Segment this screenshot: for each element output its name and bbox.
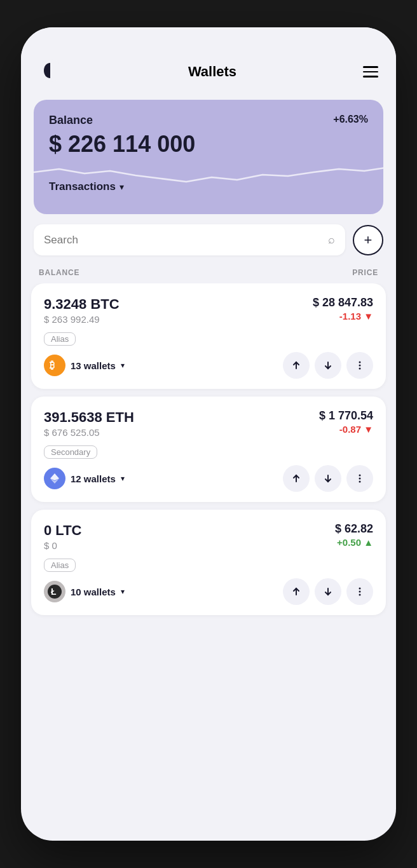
svg-text:Ł: Ł	[51, 587, 57, 597]
asset-card-ltc: 0 LTC $ 0 $ 62.82 +0.50 ▲ Alias	[31, 510, 386, 615]
btc-fiat: $ 263 992.49	[44, 314, 120, 325]
svg-point-18	[359, 588, 361, 590]
page-title: Wallets	[188, 64, 236, 80]
svg-point-4	[359, 362, 361, 363]
balance-column-header: BALANCE	[39, 268, 79, 277]
eth-wallets-count: 12 wallets	[71, 473, 116, 484]
btc-price: $ 28 847.83	[313, 296, 373, 309]
ltc-tag: Alias	[44, 559, 76, 572]
btc-receive-button[interactable]	[315, 352, 341, 379]
ltc-send-button[interactable]	[283, 578, 310, 605]
btc-actions	[283, 352, 373, 379]
btc-wallets-chevron-icon: ▾	[121, 361, 125, 370]
add-wallet-button[interactable]: +	[353, 225, 383, 255]
search-row: ⌕ +	[21, 224, 396, 263]
eth-fiat: $ 676 525.05	[44, 427, 134, 438]
search-box: ⌕	[34, 224, 345, 255]
eth-amount: 391.5638 ETH	[44, 409, 134, 426]
ltc-price: $ 62.82	[335, 522, 373, 536]
ltc-more-button[interactable]	[346, 578, 373, 605]
logo	[39, 59, 62, 85]
btc-wallets-count: 13 wallets	[71, 360, 116, 371]
ltc-fiat: $ 0	[44, 540, 81, 551]
svg-point-5	[359, 365, 361, 367]
btc-tag: Alias	[44, 332, 76, 346]
eth-receive-button[interactable]	[315, 465, 341, 492]
price-column-header: PRICE	[352, 268, 378, 277]
balance-change: +6.63%	[333, 114, 368, 125]
eth-wallet-row[interactable]: 12 wallets ▾	[44, 468, 125, 489]
asset-list: 9.3248 BTC $ 263 992.49 $ 28 847.83 -1.1…	[21, 283, 396, 841]
transactions-chevron-icon: ▾	[120, 182, 124, 192]
ltc-coin-icon: Ł	[44, 581, 65, 602]
balance-label: Balance	[49, 114, 93, 127]
svg-point-20	[359, 594, 361, 596]
svg-point-11	[359, 475, 361, 477]
svg-point-12	[359, 478, 361, 480]
svg-point-6	[359, 368, 361, 370]
eth-tag: Secondary	[44, 445, 97, 459]
ltc-receive-button[interactable]	[315, 578, 341, 605]
eth-price-change: -0.87 ▼	[319, 424, 373, 435]
balance-card: Balance +6.63% $ 226 114 000 Transaction…	[34, 100, 383, 214]
eth-wallets-chevron-icon: ▾	[121, 474, 125, 483]
btc-more-button[interactable]	[346, 352, 373, 379]
btc-send-button[interactable]	[283, 352, 310, 379]
header: Wallets	[21, 27, 396, 95]
ltc-wallet-row[interactable]: Ł 10 wallets ▾	[44, 581, 125, 602]
column-headers: BALANCE PRICE	[21, 263, 396, 283]
eth-more-button[interactable]	[346, 465, 373, 492]
search-input[interactable]	[44, 234, 322, 247]
svg-text:₿: ₿	[50, 360, 55, 370]
eth-coin-icon	[44, 468, 65, 489]
phone-container: Wallets Balance +6.63% $ 226 114 000	[0, 0, 417, 868]
ltc-wallets-chevron-icon: ▾	[121, 587, 125, 596]
phone: Wallets Balance +6.63% $ 226 114 000	[21, 27, 396, 841]
asset-card-btc: 9.3248 BTC $ 263 992.49 $ 28 847.83 -1.1…	[31, 283, 386, 389]
search-icon: ⌕	[328, 233, 335, 247]
asset-card-eth: 391.5638 ETH $ 676 525.05 $ 1 770.54 -0.…	[31, 397, 386, 502]
eth-actions	[283, 465, 373, 492]
ltc-price-change: +0.50 ▲	[335, 537, 373, 548]
eth-send-button[interactable]	[283, 465, 310, 492]
transactions-row[interactable]: Transactions ▾	[49, 180, 368, 193]
ltc-actions	[283, 578, 373, 605]
svg-point-13	[359, 481, 361, 483]
btc-amount: 9.3248 BTC	[44, 296, 120, 313]
app-content: Wallets Balance +6.63% $ 226 114 000	[21, 27, 396, 841]
balance-amount: $ 226 114 000	[49, 131, 368, 158]
btc-price-change: -1.13 ▼	[313, 311, 373, 322]
ltc-amount: 0 LTC	[44, 522, 81, 539]
eth-price: $ 1 770.54	[319, 409, 373, 423]
menu-button[interactable]	[363, 66, 378, 78]
svg-point-19	[359, 591, 361, 593]
btc-coin-icon: ₿	[44, 355, 65, 376]
transactions-label: Transactions	[49, 180, 116, 193]
btc-wallet-row[interactable]: ₿ 13 wallets ▾	[44, 355, 125, 376]
ltc-wallets-count: 10 wallets	[71, 587, 116, 597]
